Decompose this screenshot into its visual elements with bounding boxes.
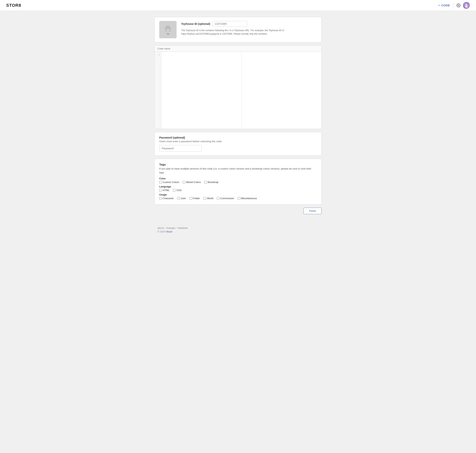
usage-option-miscellaneous[interactable]: Miscellaneous bbox=[238, 197, 257, 200]
toyhouse-id-row: Toyhouse ID (optional) bbox=[181, 21, 317, 27]
usage-miscellaneous-checkbox[interactable] bbox=[238, 197, 240, 200]
usage-options: Character User Folder World Commission M… bbox=[159, 197, 317, 200]
color-group-label: Color bbox=[159, 177, 317, 180]
toyhouse-icon: TH bbox=[159, 21, 177, 38]
code-button[interactable]: + CODE bbox=[438, 4, 450, 7]
usage-world-checkbox[interactable] bbox=[203, 197, 206, 200]
code-editor-area: 1 bbox=[155, 52, 321, 129]
color-mixed-checkbox[interactable] bbox=[183, 181, 185, 184]
footer: about / changes / helpdesk © 2024 8byte bbox=[151, 223, 325, 238]
password-description: Users must enter a password before unloc… bbox=[159, 140, 317, 143]
footer-copyright: © 2024 8byte bbox=[158, 230, 318, 233]
usage-option-character[interactable]: Character bbox=[159, 197, 174, 200]
password-label: Password (optional) bbox=[159, 136, 317, 139]
tags-card: Tags If you plan to have multiple versio… bbox=[154, 159, 322, 205]
language-options: HTML CSS bbox=[159, 189, 317, 192]
navbar-divider bbox=[453, 3, 453, 8]
code-right-pane[interactable] bbox=[242, 52, 322, 129]
usage-folder-label: Folder bbox=[193, 197, 200, 200]
toyhouse-id-input[interactable] bbox=[213, 21, 247, 27]
usage-world-label: World bbox=[207, 197, 213, 200]
color-bootstrap-label: Bootstrap bbox=[208, 181, 219, 184]
house-icon bbox=[164, 24, 172, 33]
color-mixed-label: Mixed Colors bbox=[186, 181, 201, 184]
code-left-pane[interactable] bbox=[162, 52, 242, 129]
language-option-html[interactable]: HTML bbox=[159, 189, 169, 192]
svg-point-0 bbox=[458, 5, 459, 6]
paste-button[interactable]: Paste bbox=[303, 208, 322, 214]
navbar-right: + CODE bbox=[438, 2, 470, 9]
svg-point-2 bbox=[466, 4, 467, 6]
svg-rect-5 bbox=[167, 29, 169, 32]
logo[interactable]: STOR8 bbox=[6, 3, 438, 8]
code-name-input[interactable] bbox=[157, 47, 319, 50]
footer-changes-link[interactable]: changes bbox=[166, 226, 175, 229]
navbar: STOR8 + CODE bbox=[0, 0, 476, 11]
footer-brand-link[interactable]: 8byte bbox=[166, 230, 173, 233]
settings-button[interactable] bbox=[456, 3, 461, 7]
toyhouse-id-description: The Toyhouse ID is the numbers following… bbox=[181, 29, 317, 35]
code-name-bar bbox=[155, 46, 321, 52]
language-group-label: Language bbox=[159, 185, 317, 188]
password-input[interactable] bbox=[159, 145, 202, 152]
usage-commission-checkbox[interactable] bbox=[217, 197, 219, 200]
language-css-label: CSS bbox=[176, 189, 182, 192]
color-option-custom[interactable]: Custom Colors bbox=[159, 181, 179, 184]
usage-user-checkbox[interactable] bbox=[177, 197, 180, 200]
color-bootstrap-checkbox[interactable] bbox=[204, 181, 207, 184]
toyhouse-id-label: Toyhouse ID (optional) bbox=[181, 22, 210, 25]
language-html-label: HTML bbox=[163, 189, 169, 192]
usage-group-label: Usage bbox=[159, 193, 317, 196]
color-custom-checkbox[interactable] bbox=[159, 181, 162, 184]
footer-sep-2: / bbox=[176, 226, 177, 229]
language-html-checkbox[interactable] bbox=[159, 189, 162, 192]
usage-character-checkbox[interactable] bbox=[159, 197, 162, 200]
color-options: Custom Colors Mixed Colors Bootstrap bbox=[159, 181, 317, 184]
language-css-checkbox[interactable] bbox=[173, 189, 176, 192]
avatar[interactable] bbox=[463, 2, 470, 9]
toyhouse-right: Toyhouse ID (optional) The Toyhouse ID i… bbox=[181, 21, 317, 35]
tags-description: If you plan to have multiple versions of… bbox=[159, 167, 317, 174]
tags-title: Tags bbox=[159, 163, 317, 166]
avatar-image bbox=[464, 3, 469, 7]
line-number-1: 1 bbox=[156, 53, 160, 56]
usage-user-label: User bbox=[181, 197, 186, 200]
footer-helpdesk-link[interactable]: helpdesk bbox=[178, 226, 188, 229]
language-option-css[interactable]: CSS bbox=[173, 189, 182, 192]
usage-option-user[interactable]: User bbox=[177, 197, 186, 200]
copyright-text: © 2024 bbox=[158, 230, 166, 233]
usage-option-commission[interactable]: Commission bbox=[217, 197, 234, 200]
footer-links: about / changes / helpdesk bbox=[158, 226, 318, 229]
code-right-textarea[interactable] bbox=[243, 53, 320, 127]
usage-character-label: Character bbox=[163, 197, 174, 200]
usage-commission-label: Commission bbox=[220, 197, 234, 200]
password-card: Password (optional) Users must enter a p… bbox=[154, 132, 322, 156]
code-left-textarea[interactable] bbox=[163, 53, 240, 127]
usage-option-world[interactable]: World bbox=[203, 197, 213, 200]
main-content: TH Toyhouse ID (optional) The Toyhouse I… bbox=[151, 11, 325, 223]
color-custom-label: Custom Colors bbox=[163, 181, 179, 184]
footer-sep-1: / bbox=[165, 226, 166, 229]
plus-icon: + bbox=[438, 4, 440, 7]
gear-icon bbox=[456, 3, 461, 7]
usage-option-folder[interactable]: Folder bbox=[189, 197, 200, 200]
toyhouse-icon-label: TH bbox=[166, 33, 169, 35]
code-button-label: CODE bbox=[441, 4, 450, 7]
code-editor-card: 1 bbox=[154, 45, 322, 129]
paste-row: Paste bbox=[154, 208, 322, 214]
footer-about-link[interactable]: about bbox=[158, 226, 164, 229]
usage-miscellaneous-label: Miscellaneous bbox=[241, 197, 257, 200]
toyhouse-card: TH Toyhouse ID (optional) The Toyhouse I… bbox=[154, 17, 322, 42]
line-numbers: 1 bbox=[155, 52, 162, 129]
color-option-mixed[interactable]: Mixed Colors bbox=[183, 181, 201, 184]
color-option-bootstrap[interactable]: Bootstrap bbox=[204, 181, 219, 184]
usage-folder-checkbox[interactable] bbox=[189, 197, 192, 200]
